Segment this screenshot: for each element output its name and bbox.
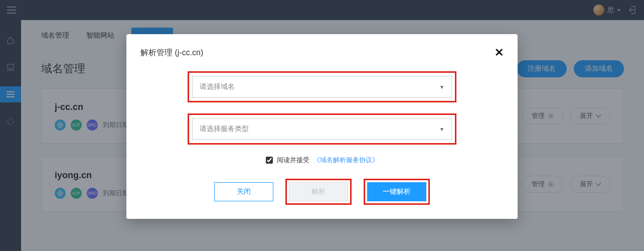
modal-close-button[interactable]: 关闭 [214, 182, 273, 201]
agreement-row: 阅读并接受 《域名解析服务协议》 [266, 156, 379, 165]
modal-overlay[interactable]: 解析管理 (j-cc.cn) ✕ 请选择域名 ▼ 请选择服务类型 ▼ 阅读并接受… [0, 0, 644, 251]
parse-button[interactable]: 解析 [289, 182, 348, 201]
agree-checkbox[interactable] [266, 157, 273, 164]
highlight-box: 解析 [285, 179, 352, 205]
agree-text: 阅读并接受 [277, 156, 309, 165]
service-type-placeholder: 请选择服务类型 [200, 124, 249, 134]
highlight-box: 请选择服务类型 ▼ [188, 113, 456, 145]
modal-title: 解析管理 (j-cc.cn) [140, 48, 203, 58]
domain-select[interactable]: 请选择域名 ▼ [192, 76, 452, 98]
domain-select-placeholder: 请选择域名 [200, 82, 235, 91]
caret-down-icon: ▼ [439, 84, 444, 90]
close-icon[interactable]: ✕ [495, 46, 504, 59]
modal-dialog: 解析管理 (j-cc.cn) ✕ 请选择域名 ▼ 请选择服务类型 ▼ 阅读并接受… [126, 34, 518, 219]
agreement-link[interactable]: 《域名解析服务协议》 [313, 156, 379, 165]
service-type-select[interactable]: 请选择服务类型 ▼ [192, 118, 452, 140]
highlight-box: 请选择域名 ▼ [188, 71, 456, 102]
highlight-box: 一键解析 [364, 179, 430, 205]
one-click-parse-button[interactable]: 一键解析 [367, 182, 426, 201]
caret-down-icon: ▼ [439, 127, 444, 132]
